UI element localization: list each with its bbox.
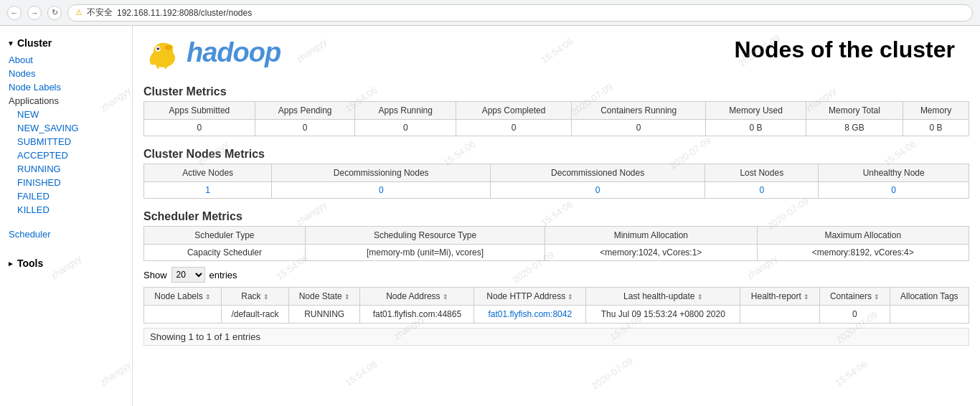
- svg-point-5: [165, 45, 171, 49]
- applications-label: Applications: [0, 94, 132, 108]
- sidebar-app-failed[interactable]: FAILED: [0, 189, 132, 203]
- cluster-metrics-value: 0: [456, 120, 572, 136]
- scheduler-metrics-table: Scheduler TypeScheduling Resource TypeMi…: [143, 226, 969, 261]
- cluster-nodes-col: Lost Nodes: [705, 164, 819, 182]
- cluster-nodes-value: 0: [491, 182, 705, 199]
- node-http-link[interactable]: fat01.flyfish.com:8042: [488, 309, 572, 319]
- sidebar-item-scheduler[interactable]: Scheduler: [0, 227, 132, 241]
- nodes-table-col-header[interactable]: Node State⇕: [288, 288, 360, 306]
- table-cell: Thu Jul 09 15:53:24 +0800 2020: [586, 306, 740, 324]
- page-header: hadoop Nodes of the cluster: [143, 33, 969, 72]
- nodes-table-col-header[interactable]: Containers⇕: [820, 288, 890, 306]
- nodes-table-col-header[interactable]: Node Address⇕: [360, 288, 474, 306]
- table-cell: RUNNING: [288, 306, 360, 324]
- cluster-nodes-value: 1: [144, 182, 272, 199]
- scheduler-metrics-col: Minimum Allocation: [545, 227, 757, 245]
- browser-toolbar: ← → ↻ ⚠ 不安全 192.168.11.192:8088/cluster/…: [0, 0, 980, 26]
- page-title: Nodes of the cluster: [734, 33, 969, 63]
- tools-label: Tools: [17, 258, 43, 269]
- sidebar-app-killed[interactable]: KILLED: [0, 203, 132, 217]
- scheduler-metrics-col: Maximum Allocation: [757, 227, 969, 245]
- table-cell: [740, 306, 820, 324]
- table-cell: /default-rack: [221, 306, 288, 324]
- nodes-table-col-header[interactable]: Health-report⇕: [740, 288, 820, 306]
- cluster-metrics-table: Apps SubmittedApps PendingApps RunningAp…: [143, 101, 969, 136]
- table-cell: fat01.flyfish.com:44865: [360, 306, 474, 324]
- cluster-metrics-col: Memory Used: [706, 102, 806, 120]
- sidebar-app-submitted[interactable]: SUBMITTED: [0, 135, 132, 148]
- elephant-icon: [143, 33, 183, 72]
- hadoop-logo: hadoop: [143, 33, 281, 72]
- nodes-table: Node Labels⇕Rack⇕Node State⇕Node Address…: [143, 287, 969, 324]
- cluster-nodes-col: Decommissioned Nodes: [491, 164, 705, 182]
- cluster-nodes-link[interactable]: 0: [595, 185, 600, 195]
- cluster-metrics-col: Apps Submitted: [144, 102, 255, 120]
- reload-button[interactable]: ↻: [47, 6, 62, 20]
- sidebar-app-new-saving[interactable]: NEW_SAVING: [0, 121, 132, 135]
- nodes-table-col-header[interactable]: Node Labels⇕: [144, 288, 222, 306]
- cluster-metrics-value: 0: [572, 120, 706, 136]
- cluster-metrics-value: 0: [255, 120, 355, 136]
- nodes-table-col-header: Allocation Tags: [890, 288, 969, 306]
- show-label: Show: [143, 270, 167, 280]
- table-cell: [144, 306, 222, 324]
- cluster-metrics-value: 0 B: [903, 120, 969, 136]
- scheduler-metrics-value: <memory:8192, vCores:4>: [757, 245, 969, 261]
- cluster-nodes-col: Decommissioning Nodes: [272, 164, 491, 182]
- nodes-section: Show 20 50 100 entries Node Labels⇕Rack⇕…: [143, 267, 969, 346]
- scheduler-metrics-value: [memory-mb (unit=Mi), vcores]: [305, 245, 545, 261]
- entries-label: entries: [209, 270, 237, 280]
- table-cell: 0: [820, 306, 890, 324]
- cluster-arrow-icon: ▼: [7, 39, 14, 47]
- sidebar-item-about[interactable]: About: [0, 53, 132, 67]
- cluster-nodes-col: Unhealthy Node: [819, 164, 969, 182]
- hadoop-brand-text: hadoop: [187, 37, 281, 68]
- sidebar-app-new[interactable]: NEW: [0, 108, 132, 121]
- scheduler-metrics-value: Capacity Scheduler: [144, 245, 306, 261]
- entries-select[interactable]: 20 50 100: [171, 267, 205, 283]
- cluster-nodes-link[interactable]: 0: [891, 185, 896, 195]
- cluster-nodes-table: Active NodesDecommissioning NodesDecommi…: [143, 164, 969, 199]
- nodes-table-col-header[interactable]: Node HTTP Address⇕: [474, 288, 586, 306]
- cluster-nodes-heading: Cluster Nodes Metrics: [143, 142, 969, 164]
- cluster-metrics-heading: Cluster Metrics: [143, 80, 969, 101]
- cluster-nodes-link[interactable]: 0: [379, 185, 384, 195]
- scheduler-metrics-col: Scheduler Type: [144, 227, 306, 245]
- back-button[interactable]: ←: [7, 6, 22, 20]
- scheduler-metrics-value: <memory:1024, vCores:1>: [545, 245, 757, 261]
- sidebar-app-finished[interactable]: FINISHED: [0, 176, 132, 189]
- showing-entries-text: Showing 1 to 1 of 1 entries: [143, 328, 969, 346]
- svg-point-3: [156, 47, 159, 50]
- cluster-nodes-link[interactable]: 1: [205, 185, 210, 195]
- sidebar-item-node-labels[interactable]: Node Labels: [0, 80, 132, 94]
- tools-section-title[interactable]: ► Tools: [0, 252, 132, 275]
- cluster-nodes-link[interactable]: 0: [759, 185, 764, 195]
- sidebar-item-nodes[interactable]: Nodes: [0, 67, 132, 80]
- cluster-label: Cluster: [17, 37, 52, 49]
- forward-button[interactable]: →: [27, 6, 42, 20]
- cluster-metrics-value: 8 GB: [806, 120, 903, 136]
- cluster-metrics-col: Memory Total: [806, 102, 903, 120]
- sidebar-app-running[interactable]: RUNNING: [0, 162, 132, 176]
- cluster-metrics-col: Apps Pending: [255, 102, 355, 120]
- table-cell: fat01.flyfish.com:8042: [474, 306, 586, 324]
- table-row: /default-rackRUNNINGfat01.flyfish.com:44…: [144, 306, 969, 324]
- tools-arrow-icon: ►: [7, 260, 14, 268]
- cluster-section-title[interactable]: ▼ Cluster: [0, 33, 132, 53]
- cluster-metrics-value: 0 B: [706, 120, 806, 136]
- address-bar[interactable]: ⚠ 不安全 192.168.11.192:8088/cluster/nodes: [67, 4, 973, 22]
- table-cell: [890, 306, 969, 324]
- sidebar: ▼ Cluster About Nodes Node Labels Applic…: [0, 26, 133, 406]
- sidebar-app-accepted[interactable]: ACCEPTED: [0, 148, 132, 162]
- cluster-metrics-col: Apps Running: [355, 102, 456, 120]
- cluster-nodes-col: Active Nodes: [144, 164, 272, 182]
- scheduler-metrics-heading: Scheduler Metrics: [143, 204, 969, 226]
- cluster-metrics-value: 0: [144, 120, 255, 136]
- nodes-table-col-header[interactable]: Last health-update⇕: [586, 288, 740, 306]
- cluster-metrics-col: Apps Completed: [456, 102, 572, 120]
- cluster-metrics-col: Containers Running: [572, 102, 706, 120]
- url-text: 192.168.11.192:8088/cluster/nodes: [117, 8, 252, 18]
- page-container: ▼ Cluster About Nodes Node Labels Applic…: [0, 26, 980, 406]
- svg-point-6: [159, 47, 161, 49]
- nodes-table-col-header[interactable]: Rack⇕: [221, 288, 288, 306]
